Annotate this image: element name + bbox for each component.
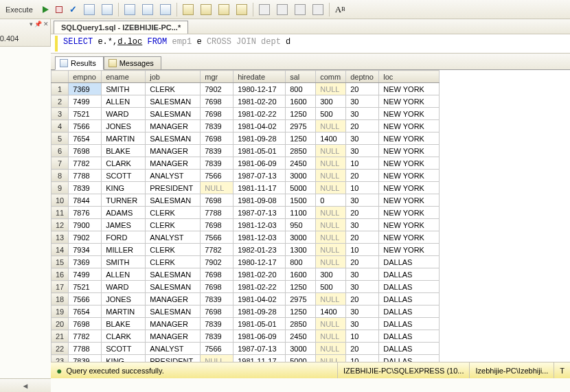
cell-empno[interactable]: 7499 — [69, 95, 102, 108]
cell-empno[interactable]: 7369 — [69, 256, 102, 268]
cell-sal[interactable]: 1300 — [286, 244, 316, 256]
cell-ename[interactable]: MARTIN — [102, 132, 146, 145]
table-row[interactable]: 137902FORDANALYST75661981-12-033000NULL2… — [52, 231, 440, 244]
cell-comm[interactable]: 500 — [316, 108, 346, 120]
cell-deptno[interactable]: 20 — [346, 120, 379, 132]
cell-loc[interactable]: NEW YORK — [379, 194, 440, 207]
toolbar-icon-3[interactable] — [180, 2, 196, 17]
cell-comm[interactable]: NULL — [316, 170, 346, 182]
cell-mgr[interactable]: 7566 — [201, 231, 233, 244]
cell-loc[interactable]: DALLAS — [379, 268, 440, 281]
table-row[interactable]: 67698BLAKEMANAGER78391981-05-012850NULL3… — [52, 145, 440, 157]
cell-sal[interactable]: 2450 — [286, 157, 316, 170]
cell-empno[interactable]: 7521 — [69, 108, 102, 120]
explorer-scroll-left-icon[interactable]: ◄ — [0, 378, 51, 392]
cell-hiredate[interactable]: 1987-07-13 — [233, 207, 286, 219]
cell-ename[interactable]: KING — [102, 355, 146, 362]
table-row[interactable]: 97839KINGPRESIDENTNULL1981-11-175000NULL… — [52, 182, 440, 194]
cell-comm[interactable]: NULL — [316, 83, 346, 95]
table-row[interactable]: 107844TURNERSALESMAN76981981-09-08150003… — [52, 194, 440, 207]
pin-icon[interactable]: 📌 — [34, 21, 42, 27]
cell-comm[interactable]: NULL — [316, 145, 346, 157]
cell-ename[interactable]: ALLEN — [102, 95, 146, 108]
row-number[interactable]: 16 — [52, 268, 69, 281]
row-number[interactable]: 8 — [52, 170, 69, 182]
cell-deptno[interactable]: 10 — [346, 182, 379, 194]
cell-ename[interactable]: ADAMS — [102, 207, 146, 219]
row-number[interactable]: 3 — [52, 108, 69, 120]
cell-sal[interactable]: 1250 — [286, 132, 316, 145]
cell-comm[interactable]: NULL — [316, 182, 346, 194]
cell-hiredate[interactable]: 1981-06-09 — [233, 330, 286, 343]
cell-job[interactable]: PRESIDENT — [146, 355, 201, 362]
cell-mgr[interactable]: 7566 — [201, 343, 233, 355]
results-text-icon[interactable] — [139, 2, 156, 17]
execute-button[interactable]: Execute — [3, 2, 38, 17]
cell-job[interactable]: SALESMAN — [146, 132, 201, 145]
cell-mgr[interactable]: 7839 — [201, 318, 233, 330]
table-row[interactable]: 127900JAMESCLERK76981981-12-03950NULL30N… — [52, 219, 440, 231]
dropdown-icon[interactable]: ▾ — [30, 21, 33, 27]
cell-deptno[interactable]: 20 — [346, 293, 379, 305]
cell-loc[interactable]: NEW YORK — [379, 83, 440, 95]
cell-empno[interactable]: 7521 — [69, 281, 102, 293]
cell-mgr[interactable]: 7698 — [201, 219, 233, 231]
cell-hiredate[interactable]: 1981-02-20 — [233, 95, 286, 108]
cell-loc[interactable]: DALLAS — [379, 293, 440, 305]
uncomment-icon[interactable] — [310, 2, 326, 17]
cell-deptno[interactable]: 10 — [346, 330, 379, 343]
cell-mgr[interactable]: 7839 — [201, 293, 233, 305]
cell-job[interactable]: MANAGER — [146, 145, 201, 157]
cell-empno[interactable]: 7788 — [69, 343, 102, 355]
row-number[interactable]: 15 — [52, 256, 69, 268]
cell-mgr[interactable]: 7839 — [201, 120, 233, 132]
cell-job[interactable]: CLERK — [146, 219, 201, 231]
row-number[interactable]: 9 — [52, 182, 69, 194]
table-row[interactable]: 227788SCOTTANALYST75661987-07-133000NULL… — [52, 343, 440, 355]
cell-empno[interactable]: 7654 — [69, 305, 102, 318]
cell-sal[interactable]: 3000 — [286, 231, 316, 244]
table-row[interactable]: 117876ADAMSCLERK77881987-07-131100NULL20… — [52, 207, 440, 219]
cell-ename[interactable]: JONES — [102, 120, 146, 132]
cell-mgr[interactable]: 7698 — [201, 305, 233, 318]
table-row[interactable]: 187566JONESMANAGER78391981-04-022975NULL… — [52, 293, 440, 305]
row-number[interactable]: 22 — [52, 343, 69, 355]
cell-sal[interactable]: 5000 — [286, 182, 316, 194]
cell-comm[interactable]: NULL — [316, 355, 346, 362]
row-number[interactable]: 12 — [52, 219, 69, 231]
table-row[interactable]: 27499ALLENSALESMAN76981981-02-2016003003… — [52, 95, 440, 108]
cell-deptno[interactable]: 30 — [346, 268, 379, 281]
cell-job[interactable]: ANALYST — [146, 343, 201, 355]
cell-job[interactable]: CLERK — [146, 83, 201, 95]
cell-empno[interactable]: 7499 — [69, 268, 102, 281]
cell-hiredate[interactable]: 1981-09-08 — [233, 194, 286, 207]
column-header[interactable]: comm — [316, 71, 346, 83]
cell-comm[interactable]: NULL — [316, 231, 346, 244]
column-header[interactable]: empno — [69, 71, 102, 83]
cell-ename[interactable]: SMITH — [102, 83, 146, 95]
cell-comm[interactable]: 300 — [316, 268, 346, 281]
cell-loc[interactable]: NEW YORK — [379, 170, 440, 182]
row-number[interactable]: 23 — [52, 355, 69, 362]
cell-sal[interactable]: 5000 — [286, 355, 316, 362]
cell-deptno[interactable]: 30 — [346, 219, 379, 231]
cell-loc[interactable]: NEW YORK — [379, 120, 440, 132]
cell-hiredate[interactable]: 1981-11-17 — [233, 182, 286, 194]
cell-loc[interactable]: DALLAS — [379, 318, 440, 330]
cell-empno[interactable]: 7698 — [69, 318, 102, 330]
cell-job[interactable]: MANAGER — [146, 330, 201, 343]
cell-loc[interactable]: NEW YORK — [379, 157, 440, 170]
cell-comm[interactable]: 0 — [316, 194, 346, 207]
cell-ename[interactable]: SCOTT — [102, 343, 146, 355]
cell-ename[interactable]: SMITH — [102, 256, 146, 268]
cell-ename[interactable]: FORD — [102, 231, 146, 244]
cell-sal[interactable]: 2850 — [286, 318, 316, 330]
cell-deptno[interactable]: 20 — [346, 207, 379, 219]
cell-mgr[interactable]: 7902 — [201, 83, 233, 95]
cell-loc[interactable]: NEW YORK — [379, 207, 440, 219]
column-header[interactable]: loc — [379, 71, 440, 83]
parse-icon[interactable]: ✓ — [67, 2, 80, 17]
column-header[interactable]: ename — [102, 71, 146, 83]
cell-loc[interactable]: DALLAS — [379, 330, 440, 343]
cell-comm[interactable]: NULL — [316, 157, 346, 170]
